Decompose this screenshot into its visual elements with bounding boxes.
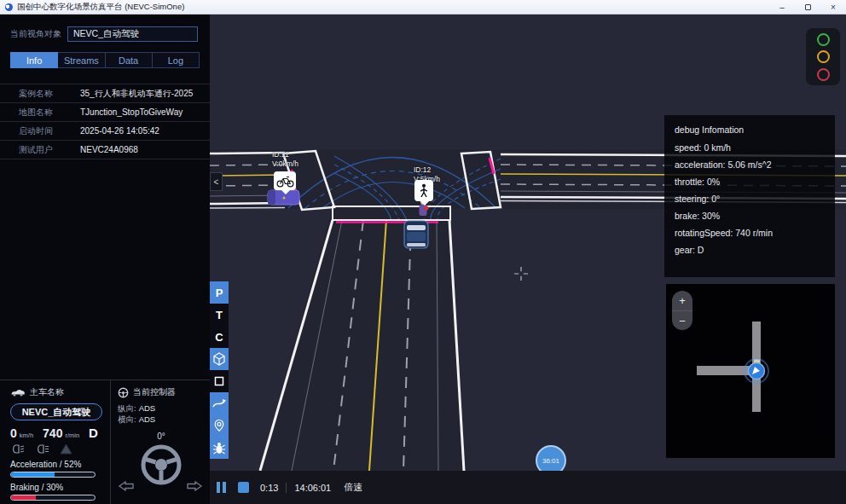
steer-right-arrow-icon	[186, 480, 203, 492]
debug-rotating-speed: rotatingSpeed: 740 r/min	[675, 228, 825, 238]
controller-icon	[118, 387, 129, 398]
maximize-button[interactable]	[795, 0, 820, 14]
minimap-panel[interactable]: + −	[666, 284, 835, 458]
high-beam-icon	[35, 444, 49, 454]
vehicle-name-button[interactable]: NEVC_自动驾驶	[10, 403, 102, 420]
minimap-zoom-controls: + −	[672, 291, 692, 330]
walking-person-icon	[419, 183, 429, 199]
braking-label: Braking / 30%	[10, 483, 105, 492]
tool-camera-button[interactable]: C	[210, 326, 229, 348]
route-icon	[212, 397, 227, 409]
simulation-viewport[interactable]: < P T C	[210, 14, 846, 471]
controller-label: 当前控制器	[133, 386, 176, 398]
steering-wheel-icon	[139, 443, 183, 487]
traffic-light-yellow-icon	[817, 50, 830, 63]
acceleration-label: Acceleration / 52%	[10, 460, 105, 469]
clock-time: 14:06:01	[294, 483, 331, 493]
scene-toolbar: P T C	[210, 281, 229, 459]
field-test-user: 测试用户 NEVC24A0968	[0, 141, 210, 159]
traffic-light-green-icon	[817, 33, 830, 46]
zoom-in-button[interactable]: +	[672, 291, 692, 310]
tab-log[interactable]: Log	[153, 52, 200, 68]
debug-acceleration: acceleration: 5.06 m/s^2	[675, 159, 825, 170]
tool-stop-button[interactable]	[210, 370, 229, 392]
case-info-list: 案例名称 35_行人和非机动车通行-2025 地图名称 TJunction_St…	[0, 84, 210, 159]
zoom-out-button[interactable]: −	[672, 310, 692, 330]
crosshair-cursor-icon	[514, 267, 528, 281]
panel-collapse-button[interactable]: <	[210, 172, 223, 191]
tab-data[interactable]: Data	[106, 52, 153, 68]
playback-bar: 0:13 14:06:01 倍速	[210, 471, 846, 504]
debug-gear: gear: D	[675, 245, 825, 255]
app-logo-icon	[5, 3, 13, 11]
pedestrian-bubble	[414, 180, 433, 201]
debug-brake: brake: 30%	[675, 211, 825, 221]
car-icon	[10, 388, 26, 397]
playback-rate-button[interactable]: 倍速	[344, 481, 362, 494]
acceleration-bar	[10, 472, 96, 478]
pause-button[interactable]	[217, 482, 226, 493]
tool-traffic-button[interactable]: T	[210, 304, 229, 326]
left-sidebar: 当前视角对象 Info Streams Data Log 案例名称 35_行人和…	[0, 14, 210, 504]
longitudinal-row: 纵向:ADS	[118, 403, 205, 414]
cube-icon	[212, 352, 226, 366]
close-icon: ×	[831, 3, 836, 12]
app-title: 国创中心数字化场景仿真平台 (NEVC-SimOne)	[17, 2, 184, 13]
field-start-time: 启动时间 2025-04-26 14:05:42	[0, 122, 210, 141]
debug-panel-title: debug Infomation	[675, 125, 825, 135]
cyclist-label: ID:11 V:0km/h	[272, 150, 298, 169]
traffic-light-indicator	[806, 28, 840, 85]
bicycle-icon	[276, 175, 294, 188]
viewport-object-input[interactable]	[67, 26, 198, 42]
cyclist-bubble	[274, 171, 296, 190]
ego-vehicle[interactable]	[404, 221, 428, 248]
camera-icon: C	[215, 331, 223, 344]
steering-angle: 0°	[118, 432, 205, 441]
hazard-triangle-icon	[60, 443, 72, 455]
lateral-row: 横向:ADS	[118, 414, 205, 425]
location-pin-icon	[212, 419, 226, 432]
stop-square-icon	[214, 376, 224, 386]
maximize-icon	[805, 4, 811, 10]
tool-3d-view-button[interactable]	[210, 348, 229, 370]
steer-left-arrow-icon	[118, 480, 135, 492]
title-bar: 国创中心数字化场景仿真平台 (NEVC-SimOne) – ×	[0, 0, 846, 14]
braking-bar	[10, 495, 96, 501]
debug-speed: speed: 0 km/h	[675, 142, 825, 153]
tool-parking-button[interactable]: P	[210, 281, 229, 304]
traffic-light-red-icon	[817, 68, 830, 81]
minimize-icon: –	[779, 3, 785, 12]
viewport-object-label: 当前视角对象	[10, 28, 61, 40]
playbar-divider	[286, 483, 287, 493]
minimize-button[interactable]: –	[769, 0, 795, 14]
parking-icon: P	[216, 287, 223, 299]
close-button[interactable]: ×	[820, 0, 846, 14]
field-case-name: 案例名称 35_行人和非机动车通行-2025	[0, 84, 210, 103]
field-map-name: 地图名称 TJunction_StopToGiveWay	[0, 103, 210, 122]
vehicle-name-label: 主车名称	[30, 386, 64, 398]
elapsed-time: 0:13	[260, 483, 278, 493]
low-beam-icon	[10, 444, 25, 454]
tool-locate-button[interactable]	[210, 414, 229, 437]
speed-readout: 0 km/h 740 r/min D	[10, 426, 105, 440]
tool-route-button[interactable]	[210, 392, 229, 414]
stop-button[interactable]	[238, 482, 249, 493]
traffic-icon: T	[216, 309, 223, 322]
tool-debug-button[interactable]	[210, 437, 229, 459]
debug-steering: steering: 0°	[675, 194, 825, 204]
debug-throttle: throttle: 0%	[675, 177, 825, 187]
tab-info[interactable]: Info	[10, 52, 58, 68]
debug-info-panel: debug Infomation speed: 0 km/h accelerat…	[664, 115, 835, 277]
ego-vehicle-panel: 主车名称 NEVC_自动驾驶 0 km/h 740 r/min D	[0, 379, 210, 504]
gear-indicator: D	[89, 426, 98, 440]
sidebar-tabs: Info Streams Data Log	[10, 52, 200, 68]
app-window: 国创中心数字化场景仿真平台 (NEVC-SimOne) – × 当前视角对象 I…	[0, 0, 846, 504]
bug-icon	[212, 442, 226, 455]
tab-streams[interactable]: Streams	[58, 52, 105, 68]
scenario-timer-badge[interactable]: 36:01	[536, 445, 566, 471]
